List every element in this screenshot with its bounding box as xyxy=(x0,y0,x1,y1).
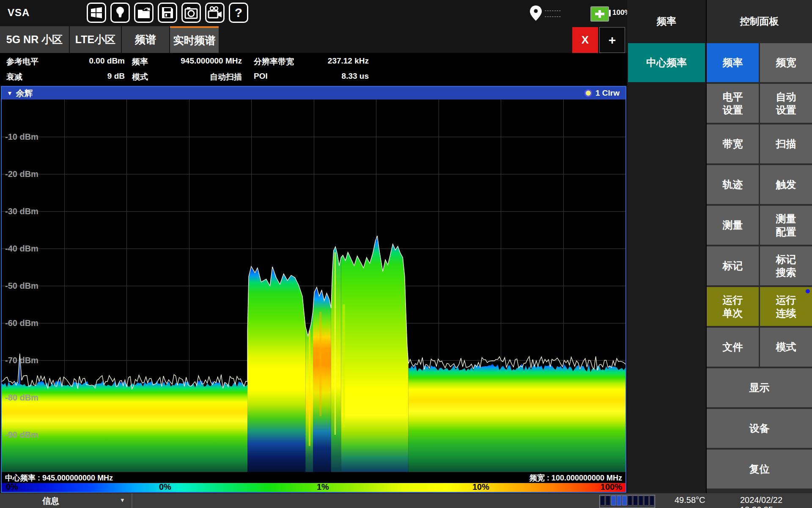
colorbar-label: 10% xyxy=(472,482,489,492)
density-streak xyxy=(335,252,336,435)
signal-level-meter xyxy=(599,495,655,508)
tab-4[interactable]: 实时频谱 xyxy=(170,26,219,53)
panel-button-11[interactable]: 标记 xyxy=(707,246,759,285)
frequency-submenu-column: 频率 中心频率 xyxy=(627,0,706,493)
setting-value[interactable]: 8.33 us xyxy=(0,72,369,81)
density-colorbar: 0%0%1%10%100% xyxy=(2,483,625,492)
submenu-button-1[interactable]: 中心频率 xyxy=(628,43,705,82)
video-record-icon[interactable] xyxy=(205,3,225,23)
colorbar-label: 100% xyxy=(601,482,622,492)
persistence-spectrum-canvas: -10 dBm-20 dBm-30 dBm-40 dBm-50 dBm-60 d… xyxy=(2,99,625,472)
panel-button-2[interactable]: 频宽 xyxy=(760,43,812,82)
y-axis-tick-label: -30 dBm xyxy=(5,207,38,216)
y-axis-tick-label: -60 dBm xyxy=(5,318,38,328)
tab-3[interactable]: 频谱 xyxy=(122,26,169,53)
windows-icon[interactable] xyxy=(87,3,106,23)
settings-strip: 参考电平0.00 dBm频率945.000000 MHz分辨率带宽237.12 … xyxy=(0,53,627,86)
folder-open-icon[interactable] xyxy=(134,3,154,23)
trace-badge[interactable]: 1 Clrw xyxy=(584,87,620,99)
trace-label: 1 Clrw xyxy=(595,88,620,98)
svg-text:?: ? xyxy=(235,6,242,19)
gps-status: ------- ------- xyxy=(529,5,562,21)
y-axis-tick-label: -70 dBm xyxy=(5,356,38,365)
meter-segment xyxy=(644,496,649,505)
tab-add-button[interactable]: + xyxy=(599,27,625,53)
tab-close-button[interactable]: X xyxy=(572,27,598,53)
meter-segment xyxy=(617,496,621,505)
tab-1[interactable]: 5G NR 小区 xyxy=(0,26,69,53)
panel-button-16[interactable]: 模式 xyxy=(760,328,812,367)
density-streak xyxy=(309,331,310,446)
meter-segment xyxy=(606,496,610,505)
panel-button-7[interactable]: 轨迹 xyxy=(707,165,759,204)
panel-button-1[interactable]: 频率 xyxy=(707,43,759,82)
persistence-spectrum-window: ▼ 余辉 1 Clrw -10 dBm-20 dBm-30 dBm-40 dBm… xyxy=(1,86,626,493)
vsa-app-window: VSA ? ------- ------- 100% X + 5G NR 小区L… xyxy=(0,0,812,508)
y-axis-tick-label: -80 dBm xyxy=(5,393,38,402)
panel-button-15[interactable]: 文件 xyxy=(707,328,759,367)
meter-segment xyxy=(633,496,638,505)
tab-bar: X + 5G NR 小区LTE小区频谱实时频谱 xyxy=(0,26,627,53)
spectrum-title: 余辉 xyxy=(16,88,33,99)
y-axis-tick-label: -20 dBm xyxy=(5,169,38,179)
panel-button-14[interactable]: 运行 连续 xyxy=(760,287,812,326)
density-region-burstc xyxy=(341,236,408,472)
panel-wide-button-1[interactable]: 显示 xyxy=(707,368,812,407)
trace-color-dot-icon xyxy=(584,89,592,97)
location-pin-icon xyxy=(529,5,542,21)
panel-button-6[interactable]: 扫描 xyxy=(760,124,812,163)
colorbar-label: 1% xyxy=(317,482,329,492)
help-icon[interactable]: ? xyxy=(229,3,248,23)
temperature-readout: 49.58°C xyxy=(675,495,705,505)
control-panel-header: 控制面板 xyxy=(707,0,812,42)
density-region-spike xyxy=(331,247,341,472)
density-region-mid xyxy=(313,287,331,472)
span-readout: 频宽 : 100.000000000 MHz xyxy=(529,473,622,483)
density-region-burst xyxy=(247,266,305,472)
top-bar: VSA ? ------- ------- 100% xyxy=(0,0,627,26)
collapse-arrow-icon[interactable]: ▼ xyxy=(7,90,13,97)
colorbar-label: 0% xyxy=(159,482,171,492)
panel-button-9[interactable]: 测量 xyxy=(707,206,759,245)
panel-wide-button-3[interactable]: 复位 xyxy=(707,450,812,489)
density-streak xyxy=(319,312,321,416)
spectrum-plot[interactable]: -10 dBm-20 dBm-30 dBm-40 dBm-50 dBm-60 d… xyxy=(2,99,625,472)
panel-button-13[interactable]: 运行 单次 xyxy=(707,287,759,326)
gps-coordinates-placeholder: ------- ------- xyxy=(545,8,562,18)
info-label: 信息 xyxy=(42,495,59,507)
colorbar-label: 0% xyxy=(6,482,18,492)
y-axis-tick-label: -40 dBm xyxy=(5,244,38,253)
datetime-readout: 2024/02/22 13:36:25 xyxy=(740,495,812,508)
y-axis-tick-label: -10 dBm xyxy=(5,132,38,141)
density-region-noise xyxy=(2,381,247,472)
active-indicator-dot xyxy=(806,289,810,293)
spectrum-footer: 中心频率 : 945.000000000 MHz 频宽 : 100.000000… xyxy=(2,472,625,483)
panel-button-10[interactable]: 测量 配置 xyxy=(760,206,812,245)
panel-wide-button-2[interactable]: 设备 xyxy=(707,409,812,448)
meter-segment xyxy=(611,496,616,505)
tab-2[interactable]: LTE小区 xyxy=(70,26,121,53)
control-panel-column: 控制面板 频率频宽电平 设置自动 设置带宽扫描轨迹触发测量测量 配置标记标记 搜… xyxy=(707,0,812,493)
panel-button-8[interactable]: 触发 xyxy=(760,165,812,204)
panel-button-4[interactable]: 自动 设置 xyxy=(760,84,812,123)
battery-icon xyxy=(590,6,609,22)
density-region-noise xyxy=(409,364,625,472)
meter-segment xyxy=(600,496,605,505)
setting-value[interactable]: 237.12 kHz xyxy=(0,56,369,66)
camera-icon[interactable] xyxy=(181,3,201,23)
panel-button-3[interactable]: 电平 设置 xyxy=(707,84,759,123)
spectrum-title-bar[interactable]: ▼ 余辉 1 Clrw xyxy=(2,87,625,99)
panel-button-12[interactable]: 标记 搜索 xyxy=(760,246,812,285)
chevron-down-icon: ▼ xyxy=(120,497,125,503)
density-streak xyxy=(343,304,345,427)
meter-segment xyxy=(639,496,643,505)
center-frequency-readout: 中心频率 : 945.000000000 MHz xyxy=(5,473,113,483)
meter-segment xyxy=(628,496,632,505)
bulb-icon[interactable] xyxy=(110,3,130,23)
y-axis-tick-label: -50 dBm xyxy=(5,281,38,290)
battery-terminal xyxy=(609,10,611,17)
save-icon[interactable] xyxy=(158,3,177,23)
toolbar: ? xyxy=(87,3,248,23)
panel-button-5[interactable]: 带宽 xyxy=(707,124,759,163)
info-dropdown[interactable]: 信息 ▼ xyxy=(0,493,132,508)
